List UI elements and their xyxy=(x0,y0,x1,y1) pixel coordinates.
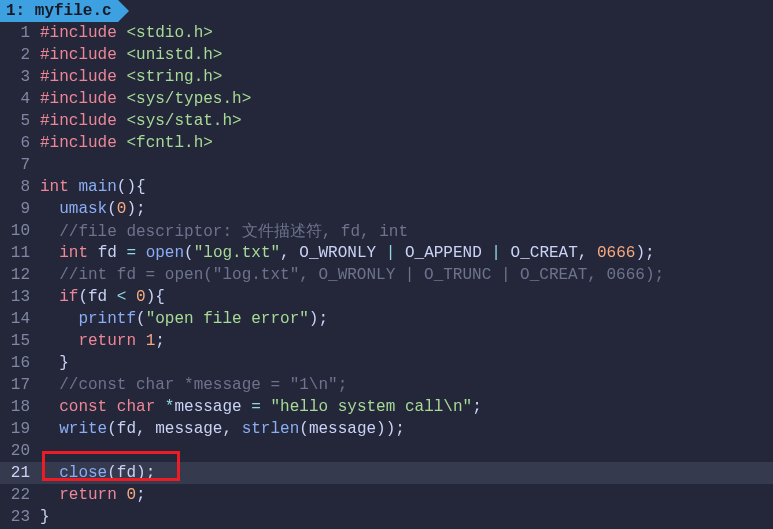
line-number: 20 xyxy=(0,442,34,460)
code-line[interactable]: 3#include <string.h> xyxy=(0,66,773,88)
code-line[interactable]: 10 //file descriptor: 文件描述符, fd, int xyxy=(0,220,773,242)
line-number: 13 xyxy=(0,288,34,306)
line-number: 9 xyxy=(0,200,34,218)
code-line[interactable]: 15 return 1; xyxy=(0,330,773,352)
code-text: //int fd = open("log.txt", O_WRONLY | O_… xyxy=(34,266,664,284)
code-line[interactable]: 8int main(){ xyxy=(0,176,773,198)
line-number: 11 xyxy=(0,244,34,262)
code-text: #include <unistd.h> xyxy=(34,46,222,64)
code-line[interactable]: 7 xyxy=(0,154,773,176)
line-number: 21 xyxy=(0,464,34,482)
tab-bar: 1: myfile.c xyxy=(0,0,773,22)
line-number: 12 xyxy=(0,266,34,284)
code-line[interactable]: 6#include <fcntl.h> xyxy=(0,132,773,154)
code-text: return 1; xyxy=(34,332,165,350)
code-text: #include <fcntl.h> xyxy=(34,134,213,152)
code-text: umask(0); xyxy=(34,200,146,218)
line-number: 4 xyxy=(0,90,34,108)
line-number: 19 xyxy=(0,420,34,438)
code-line[interactable]: 22 return 0; xyxy=(0,484,773,506)
line-number: 18 xyxy=(0,398,34,416)
line-number: 2 xyxy=(0,46,34,64)
code-line[interactable]: 19 write(fd, message, strlen(message)); xyxy=(0,418,773,440)
code-text: int fd = open("log.txt", O_WRONLY | O_AP… xyxy=(34,244,655,262)
code-text: //const char *message = "1\n"; xyxy=(34,376,347,394)
code-line[interactable]: 18 const char *message = "hello system c… xyxy=(0,396,773,418)
code-line[interactable]: 11 int fd = open("log.txt", O_WRONLY | O… xyxy=(0,242,773,264)
code-text: //file descriptor: 文件描述符, fd, int xyxy=(34,221,408,242)
code-line[interactable]: 20 xyxy=(0,440,773,462)
line-number: 7 xyxy=(0,156,34,174)
code-line[interactable]: 4#include <sys/types.h> xyxy=(0,88,773,110)
code-text: } xyxy=(34,508,50,526)
code-line[interactable]: 12 //int fd = open("log.txt", O_WRONLY |… xyxy=(0,264,773,286)
file-tab[interactable]: 1: myfile.c xyxy=(0,0,118,22)
code-line[interactable]: 23} xyxy=(0,506,773,528)
code-text: printf("open file error"); xyxy=(34,310,328,328)
line-number: 15 xyxy=(0,332,34,350)
code-text: write(fd, message, strlen(message)); xyxy=(34,420,405,438)
line-number: 23 xyxy=(0,508,34,526)
file-tab-label: 1: myfile.c xyxy=(6,2,112,20)
code-text: #include <stdio.h> xyxy=(34,24,213,42)
code-text: close(fd); xyxy=(34,464,155,482)
code-text: } xyxy=(34,354,69,372)
line-number: 5 xyxy=(0,112,34,130)
code-line[interactable]: 2#include <unistd.h> xyxy=(0,44,773,66)
code-text: #include <sys/types.h> xyxy=(34,90,251,108)
code-line[interactable]: 13 if(fd < 0){ xyxy=(0,286,773,308)
line-number: 14 xyxy=(0,310,34,328)
code-line[interactable]: 16 } xyxy=(0,352,773,374)
line-number: 17 xyxy=(0,376,34,394)
line-number: 8 xyxy=(0,178,34,196)
line-number: 3 xyxy=(0,68,34,86)
code-line[interactable]: 17 //const char *message = "1\n"; xyxy=(0,374,773,396)
code-editor[interactable]: 1: myfile.c 1#include <stdio.h>2#include… xyxy=(0,0,773,529)
line-number: 1 xyxy=(0,24,34,42)
line-number: 22 xyxy=(0,486,34,504)
line-number: 10 xyxy=(0,222,34,240)
code-text: #include <sys/stat.h> xyxy=(34,112,242,130)
code-line[interactable]: 5#include <sys/stat.h> xyxy=(0,110,773,132)
code-line[interactable]: 21 close(fd); xyxy=(0,462,773,484)
line-number: 6 xyxy=(0,134,34,152)
code-text: return 0; xyxy=(34,486,146,504)
code-text: if(fd < 0){ xyxy=(34,288,165,306)
code-text: int main(){ xyxy=(34,178,146,196)
code-area[interactable]: 1#include <stdio.h>2#include <unistd.h>3… xyxy=(0,22,773,528)
code-line[interactable]: 1#include <stdio.h> xyxy=(0,22,773,44)
code-line[interactable]: 9 umask(0); xyxy=(0,198,773,220)
code-line[interactable]: 14 printf("open file error"); xyxy=(0,308,773,330)
code-text: const char *message = "hello system call… xyxy=(34,398,482,416)
line-number: 16 xyxy=(0,354,34,372)
code-text: #include <string.h> xyxy=(34,68,222,86)
